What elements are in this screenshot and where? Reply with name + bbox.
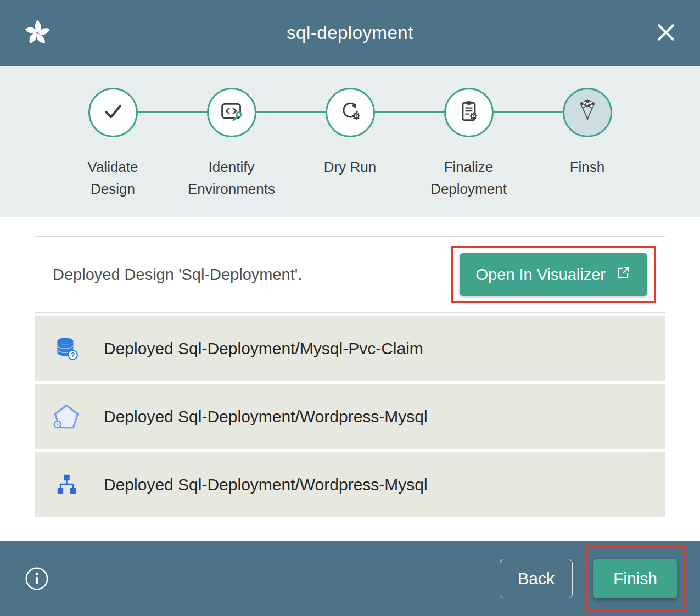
modal-footer: Back Finish bbox=[0, 541, 700, 616]
step-circle-dry-run[interactable] bbox=[326, 88, 375, 137]
step-label: Identify Environments bbox=[183, 156, 281, 200]
deployed-resource-text: Deployed Sql-Deployment/Mysql-Pvc-Claim bbox=[104, 339, 423, 358]
deployed-resource-row: Deployed Sql-Deployment/Wordpress-Mysql bbox=[35, 452, 665, 517]
modal-title: sql-deployment bbox=[0, 23, 700, 43]
step-dry-run: Dry Run bbox=[291, 88, 410, 200]
step-circle-finalize-deployment[interactable] bbox=[444, 88, 494, 137]
database-icon: ? bbox=[52, 334, 81, 363]
deployment-modal: sql-deployment Validate bbox=[0, 0, 700, 616]
step-identify-environments: Identify Environments bbox=[172, 88, 291, 200]
code-wrench-icon bbox=[220, 99, 244, 126]
step-circle-validate-design[interactable] bbox=[88, 88, 138, 137]
wizard-stepper: Validate Design bbox=[0, 66, 700, 217]
pentagon-icon bbox=[52, 402, 81, 431]
modal-header: sql-deployment bbox=[0, 0, 700, 66]
deployed-design-row: Deployed Design 'Sql-Deployment'. Open I… bbox=[35, 236, 665, 313]
finish-highlight: Finish bbox=[585, 546, 686, 611]
step-label: Dry Run bbox=[324, 156, 376, 178]
open-in-visualizer-label: Open In Visualizer bbox=[476, 266, 606, 284]
clipboard-gear-icon bbox=[457, 99, 481, 126]
step-label: Finsh bbox=[570, 156, 605, 178]
step-finalize-deployment: Finalize Deployment bbox=[410, 88, 528, 200]
deployed-resource-row: ? Deployed Sql-Deployment/Mysql-Pvc-Clai… bbox=[35, 316, 665, 381]
info-icon[interactable] bbox=[24, 566, 49, 591]
step-label: Validate Design bbox=[64, 156, 162, 200]
deployed-resource-text: Deployed Sql-Deployment/Wordpress-Mysql bbox=[104, 475, 428, 494]
back-button[interactable]: Back bbox=[500, 559, 573, 598]
external-link-icon bbox=[615, 265, 631, 284]
deployed-resource-text: Deployed Sql-Deployment/Wordpress-Mysql bbox=[104, 407, 428, 426]
step-finish: Finsh bbox=[528, 88, 647, 200]
deployed-resource-row: Deployed Sql-Deployment/Wordpress-Mysql bbox=[35, 384, 665, 449]
finish-button[interactable]: Finish bbox=[593, 559, 677, 598]
close-icon[interactable] bbox=[654, 21, 678, 45]
step-circle-identify-environments[interactable] bbox=[207, 88, 256, 137]
step-validate-design: Validate Design bbox=[54, 88, 172, 200]
svg-text:?: ? bbox=[71, 351, 75, 359]
step-circle-finish[interactable] bbox=[563, 88, 612, 137]
meshery-logo-icon bbox=[22, 18, 53, 48]
deployment-results: Deployed Design 'Sql-Deployment'. Open I… bbox=[0, 217, 700, 541]
sync-gear-icon bbox=[338, 99, 362, 126]
checkered-flags-icon bbox=[574, 98, 601, 127]
visualizer-highlight: Open In Visualizer bbox=[451, 246, 656, 303]
open-in-visualizer-button[interactable]: Open In Visualizer bbox=[460, 253, 647, 296]
check-icon bbox=[101, 99, 125, 126]
hierarchy-icon bbox=[52, 471, 81, 499]
deployed-design-text: Deployed Design 'Sql-Deployment'. bbox=[53, 266, 302, 284]
step-label: Finalize Deployment bbox=[420, 156, 518, 200]
